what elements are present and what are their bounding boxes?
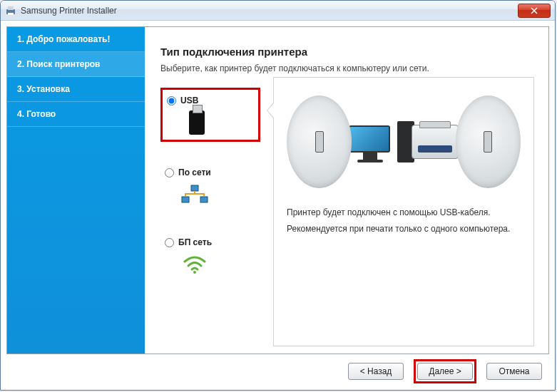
printer-icon — [412, 125, 458, 159]
close-button[interactable] — [518, 4, 551, 18]
wifi-icon — [179, 252, 210, 277]
option-wireless[interactable]: БП сеть — [160, 232, 260, 282]
option-network-label: По сети — [178, 167, 211, 177]
svg-point-6 — [193, 271, 196, 274]
back-button[interactable]: < Назад — [348, 363, 404, 380]
detail-line-1: Принтер будет подключен с помощью USB-ка… — [287, 205, 521, 221]
sidebar-step-install: 3. Установка — [7, 77, 145, 102]
radio-usb[interactable] — [167, 96, 176, 105]
titlebar: Samsung Printer Installer — [1, 1, 555, 21]
app-icon — [5, 5, 16, 16]
window-frame: Samsung Printer Installer 1. Добро пожал… — [0, 0, 556, 391]
detail-description: Принтер будет подключен с помощью USB-ка… — [287, 205, 521, 237]
svg-rect-2 — [8, 13, 14, 15]
monitor-icon — [349, 125, 392, 163]
option-network[interactable]: По сети — [160, 162, 260, 212]
sidebar-step-done: 4. Готово — [7, 102, 145, 127]
svg-rect-5 — [200, 197, 208, 202]
detail-line-2: Рекомендуется при печати только с одного… — [287, 221, 521, 237]
main-panel: Тип подключения принтера Выберите, как п… — [145, 27, 548, 354]
network-icon — [179, 182, 210, 207]
page-heading: Тип подключения принтера — [160, 46, 528, 58]
radio-wireless[interactable] — [165, 238, 174, 247]
usb-icon — [181, 110, 213, 135]
svg-rect-1 — [8, 6, 14, 10]
svg-rect-4 — [182, 197, 189, 202]
sidebar-step-search: 2. Поиск принтеров — [7, 52, 145, 77]
next-button[interactable]: Далее > — [417, 363, 473, 380]
connection-illustration — [287, 92, 521, 192]
cancel-button[interactable]: Отмена — [486, 363, 542, 380]
usb-port-computer-icon — [287, 96, 352, 188]
connection-options: USB По сети — [160, 88, 260, 301]
footer-buttons: < Назад Далее > Отмена — [6, 359, 549, 384]
sidebar-step-welcome: 1. Добро пожаловать! — [7, 27, 145, 52]
usb-port-printer-icon — [456, 96, 521, 188]
page-subtitle: Выберите, как принтер будет подключаться… — [160, 63, 528, 73]
svg-rect-3 — [191, 185, 198, 191]
detail-panel: Принтер будет подключен с помощью USB-ка… — [273, 77, 534, 346]
option-usb[interactable]: USB — [160, 88, 260, 142]
option-usb-label: USB — [180, 96, 198, 105]
radio-network[interactable] — [165, 168, 174, 177]
window-title: Samsung Printer Installer — [21, 6, 117, 16]
content-frame: 1. Добро пожаловать! 2. Поиск принтеров … — [6, 26, 549, 354]
close-icon — [531, 7, 538, 14]
option-wireless-label: БП сеть — [178, 237, 212, 247]
sidebar: 1. Добро пожаловать! 2. Поиск принтеров … — [7, 27, 145, 354]
